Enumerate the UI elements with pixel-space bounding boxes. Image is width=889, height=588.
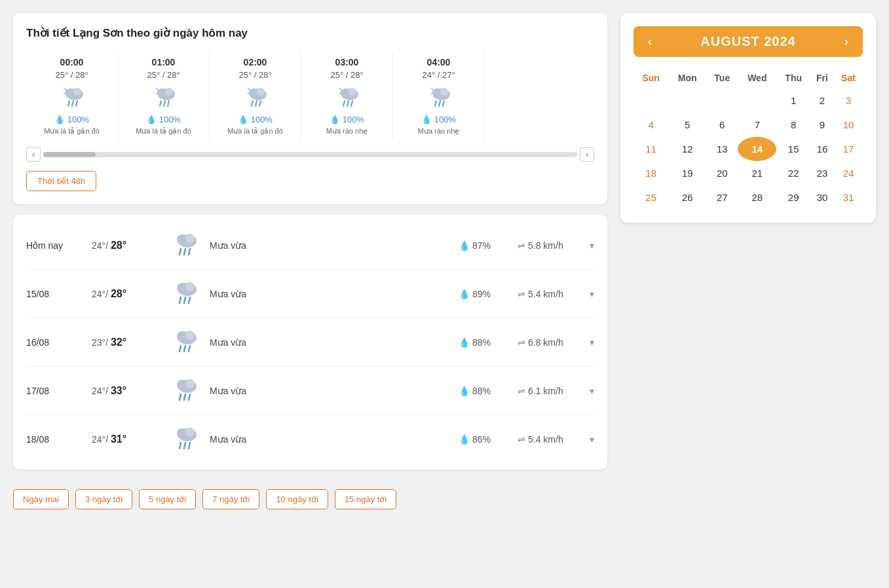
calendar-prev-button[interactable]: ‹ xyxy=(644,35,656,48)
calendar-day-cell[interactable]: 1 xyxy=(776,88,810,113)
forecast-rain: 💧89% xyxy=(459,289,511,299)
calendar-day-cell[interactable]: 22 xyxy=(776,161,810,185)
svg-point-37 xyxy=(185,234,195,243)
left-panel: Thời tiết Lạng Sơn theo giờ ngày hôm nay… xyxy=(13,13,607,575)
forecast-expand-icon[interactable]: ▾ xyxy=(590,289,594,299)
calendar-day-cell[interactable]: 26 xyxy=(668,185,706,210)
forecast-row[interactable]: Hôm nay 24°/ 28° Mưa vừa 💧87% ⇌ 5.8 km/h… xyxy=(26,221,594,270)
svg-point-3 xyxy=(73,88,81,96)
calendar-day-header: Fri xyxy=(810,67,834,88)
forecast-row[interactable]: 16/08 23°/ 32° Mưa vừa 💧88% ⇌ 6.8 km/h ▾ xyxy=(26,318,594,367)
calendar-day-cell[interactable]: 31 xyxy=(834,185,863,210)
day-range-button[interactable]: 3 ngày tới xyxy=(75,489,132,509)
calendar-day-header: Mon xyxy=(668,67,706,88)
scroll-right-arrow[interactable]: › xyxy=(580,147,594,162)
calendar-day-header: Wed xyxy=(738,67,776,88)
calendar-day-cell[interactable]: 7 xyxy=(738,113,776,137)
calendar-day-cell xyxy=(706,88,738,113)
calendar-day-cell xyxy=(668,88,706,113)
svg-line-12 xyxy=(164,101,165,106)
calendar-day-cell[interactable]: 5 xyxy=(668,113,706,137)
calendar-day-cell[interactable]: 16 xyxy=(810,137,834,161)
svg-line-56 xyxy=(180,394,181,400)
day-range-button[interactable]: 10 ngày tới xyxy=(266,489,328,509)
hour-rain: 💧 100% xyxy=(146,115,181,124)
calendar-day-cell[interactable]: 18 xyxy=(634,161,668,185)
svg-line-6 xyxy=(76,101,77,106)
forecast-row[interactable]: 17/08 24°/ 33° Mưa vừa 💧88% ⇌ 6.1 km/h ▾ xyxy=(26,367,594,415)
forecast-expand-icon[interactable]: ▾ xyxy=(590,337,594,348)
calendar-day-cell[interactable]: 19 xyxy=(668,161,706,185)
calendar-day-cell[interactable]: 27 xyxy=(706,185,738,210)
svg-line-26 xyxy=(347,101,349,106)
calendar-day-cell[interactable]: 28 xyxy=(738,185,776,210)
svg-point-2 xyxy=(66,88,75,98)
calendar-day-cell[interactable]: 23 xyxy=(810,161,834,185)
calendar-day-cell[interactable]: 3 xyxy=(834,88,863,113)
svg-line-19 xyxy=(255,101,257,106)
svg-line-40 xyxy=(189,249,190,255)
day-buttons-container: Ngày mai3 ngày tới5 ngày tới7 ngày tới10… xyxy=(13,480,607,512)
calendar-day-cell[interactable]: 20 xyxy=(706,161,738,185)
forecast-wind: ⇌ 5.8 km/h xyxy=(518,240,583,251)
forecast-wind: ⇌ 6.1 km/h xyxy=(518,386,583,396)
calendar-day-cell[interactable]: 13 xyxy=(706,137,738,161)
calendar-day-header: Sat xyxy=(834,67,863,88)
day-range-button[interactable]: 7 ngày tới xyxy=(202,489,259,509)
scroll-left-arrow[interactable]: ‹ xyxy=(26,147,41,162)
hour-temp: 25° / 28° xyxy=(330,70,363,80)
hour-item: 01:00 25° / 28° ☽ 💧 100% Mưa lá tả gần đ… xyxy=(118,52,210,141)
forecast-weather-icon xyxy=(170,327,199,357)
svg-point-49 xyxy=(185,331,195,340)
calendar-day-cell[interactable]: 4 xyxy=(634,113,668,137)
calendar-day-cell[interactable]: 2 xyxy=(810,88,834,113)
forecast-row[interactable]: 15/08 24°/ 28° Mưa vừa 💧89% ⇌ 5.4 km/h ▾ xyxy=(26,270,594,318)
calendar-day-cell[interactable]: 25 xyxy=(634,185,668,210)
forecast-date: 15/08 xyxy=(26,289,85,299)
calendar-day-cell[interactable]: 10 xyxy=(834,113,863,137)
forecast-row[interactable]: 18/08 24°/ 31° Mưa vừa 💧86% ⇌ 5.4 km/h ▾ xyxy=(26,415,594,463)
day-range-button[interactable]: 5 ngày tới xyxy=(139,489,196,509)
forecast-desc: Mưa vừa xyxy=(210,434,452,445)
calendar-day-cell[interactable]: 14 xyxy=(738,137,776,161)
svg-point-10 xyxy=(165,88,173,96)
forecast-expand-icon[interactable]: ▾ xyxy=(590,386,594,396)
svg-line-50 xyxy=(180,346,181,352)
forecast-desc: Mưa vừa xyxy=(210,386,452,396)
calendar-day-cell[interactable]: 30 xyxy=(810,185,834,210)
calendar-day-cell[interactable]: 9 xyxy=(810,113,834,137)
hourly-inner: 00:00 25° / 28° ☽ 💧 100% Mưa lá tả gần đ… xyxy=(26,52,594,141)
hour-desc: Mưa lá tả gần đó xyxy=(227,127,283,136)
hour-rain: 💧 100% xyxy=(54,115,89,124)
forecast-rain: 💧88% xyxy=(459,337,511,348)
calendar-day-cell[interactable]: 12 xyxy=(668,137,706,161)
forecast-rain: 💧88% xyxy=(459,386,511,396)
calendar-day-cell[interactable]: 6 xyxy=(706,113,738,137)
svg-line-38 xyxy=(180,249,181,255)
calendar-day-cell[interactable]: 11 xyxy=(634,137,668,161)
hour-time: 02:00 xyxy=(244,57,267,67)
calendar-day-header: Thu xyxy=(776,67,810,88)
hour-temp: 24° / 27° xyxy=(422,70,455,80)
forecast-expand-icon[interactable]: ▾ xyxy=(590,240,594,251)
calendar-day-cell[interactable]: 24 xyxy=(834,161,863,185)
btn-48h[interactable]: Thời tiết 48h xyxy=(26,171,96,191)
hour-item: 02:00 25° / 28° ☽ 💧 100% Mưa lá tả gần đ… xyxy=(210,52,301,141)
forecast-expand-icon[interactable]: ▾ xyxy=(590,434,594,445)
day-range-button[interactable]: 15 ngày tới xyxy=(335,489,396,509)
forecast-wind: ⇌ 5.4 km/h xyxy=(518,289,583,299)
calendar-day-cell[interactable]: 15 xyxy=(776,137,810,161)
calendar-day-cell[interactable]: 29 xyxy=(776,185,810,210)
calendar-day-cell[interactable]: 8 xyxy=(776,113,810,137)
hour-weather-icon: ☽ xyxy=(242,84,269,112)
svg-point-55 xyxy=(185,379,195,388)
calendar-day-cell[interactable]: 21 xyxy=(738,161,776,185)
calendar-next-button[interactable]: › xyxy=(841,35,852,48)
hour-weather-icon: ☽ xyxy=(59,84,85,112)
svg-line-39 xyxy=(184,249,185,255)
scrollbar-track[interactable] xyxy=(43,152,577,157)
forecast-temp: 24°/ 28° xyxy=(92,240,164,251)
forecast-wind: ⇌ 6.8 km/h xyxy=(518,337,583,348)
calendar-day-cell[interactable]: 17 xyxy=(834,137,863,161)
day-range-button[interactable]: Ngày mai xyxy=(13,489,69,509)
